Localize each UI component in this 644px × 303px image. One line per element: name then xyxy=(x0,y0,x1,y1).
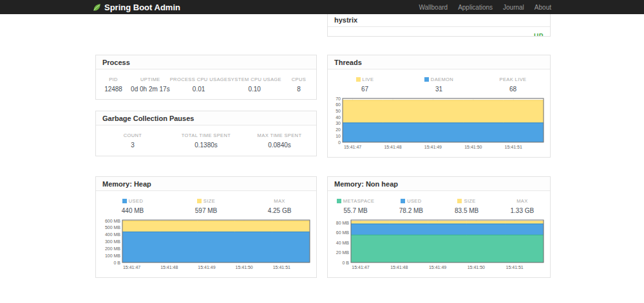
legend-swatch-daemon xyxy=(424,77,429,82)
svg-text:15:41:51: 15:41:51 xyxy=(273,265,290,270)
nav-link-wallboard[interactable]: Wallboard xyxy=(419,4,448,11)
legend-value: 4.25 GB xyxy=(243,207,316,214)
memory-nonheap-card: Memory: Non heap METASPACE 55.7 MB USED … xyxy=(327,176,551,278)
nav-link-about[interactable]: About xyxy=(535,4,551,11)
legend-label-text: PEAK LIVE xyxy=(500,77,527,82)
metric-gc-total-time: TOTAL TIME SPENT 0.1380s xyxy=(169,133,243,149)
metric-label: SYSTEM CPU USAGE xyxy=(227,77,281,82)
nonheap-card-title: Memory: Non heap xyxy=(328,177,550,191)
brand-title: Spring Boot Admin xyxy=(104,3,180,12)
legend-label: MAX xyxy=(495,198,550,204)
threads-chart: 70605040302010015:41:4715:41:4815:41:491… xyxy=(333,96,545,151)
heap-legend: USED 440 MB SIZE 597 MB MAX 4.25 GB xyxy=(96,191,316,214)
svg-text:600 MB: 600 MB xyxy=(105,219,120,223)
legend-value: 55.7 MB xyxy=(328,207,383,214)
svg-text:500 MB: 500 MB xyxy=(105,225,120,230)
legend-max: MAX 4.25 GB xyxy=(243,198,316,214)
svg-text:15:41:47: 15:41:47 xyxy=(352,265,369,270)
metric-label: MAX TIME SPENT xyxy=(243,133,316,138)
svg-text:15:41:48: 15:41:48 xyxy=(384,145,401,149)
navbar: Spring Boot Admin Wallboard Applications… xyxy=(0,0,644,14)
legend-label: DAEMON xyxy=(402,77,476,82)
memory-heap-card: Memory: Heap USED 440 MB SIZE 597 MB MAX… xyxy=(95,176,317,278)
legend-label: LIVE xyxy=(328,77,402,82)
metric-label: CPUS xyxy=(281,77,316,82)
gc-pauses-card: Garbage Collection Pauses COUNT 3 TOTAL … xyxy=(95,111,317,156)
gc-metrics: COUNT 3 TOTAL TIME SPENT 0.1380s MAX TIM… xyxy=(96,125,316,149)
svg-text:15:41:50: 15:41:50 xyxy=(468,265,485,270)
nav-links: Wallboard Applications Journal About xyxy=(419,4,551,11)
metric-value: 12488 xyxy=(96,86,131,93)
svg-text:10: 10 xyxy=(336,134,341,138)
svg-text:15:41:50: 15:41:50 xyxy=(236,265,253,270)
svg-text:300 MB: 300 MB xyxy=(105,239,120,244)
legend-label-text: MAX xyxy=(274,198,285,204)
legend-metaspace: METASPACE 55.7 MB xyxy=(328,198,383,214)
metric-pid: PID 12488 xyxy=(96,77,131,93)
legend-value: 31 xyxy=(402,86,476,93)
legend-swatch-size xyxy=(197,199,202,203)
legend-value: 597 MB xyxy=(169,207,243,214)
nav-link-applications[interactable]: Applications xyxy=(458,4,493,11)
metric-value: 0.0840s xyxy=(243,142,316,149)
application-row[interactable]: hystrix xyxy=(328,14,550,27)
memory-heap-chart: 600 MB500 MB400 MB300 MB200 MB100 MB0 B1… xyxy=(101,218,311,271)
svg-text:15:41:49: 15:41:49 xyxy=(429,265,446,270)
legend-label-text: USED xyxy=(407,198,421,204)
nav-link-journal[interactable]: Journal xyxy=(503,4,524,11)
spring-boot-logo-icon xyxy=(93,3,101,12)
legend-label: PEAK LIVE xyxy=(476,77,550,82)
legend-label-text: SIZE xyxy=(464,198,475,204)
legend-label: USED xyxy=(96,198,169,204)
svg-text:15:41:47: 15:41:47 xyxy=(123,265,140,270)
metric-gc-count: COUNT 3 xyxy=(96,133,169,149)
process-card: Process PID 12488 UPTIME 0d 0h 2m 17s PR… xyxy=(95,55,317,100)
legend-label: USED xyxy=(383,198,439,204)
legend-swatch-live xyxy=(356,77,361,82)
svg-text:15:41:48: 15:41:48 xyxy=(390,265,408,270)
svg-text:20 MB: 20 MB xyxy=(336,250,350,255)
svg-text:15:41:51: 15:41:51 xyxy=(506,265,524,270)
legend-used: USED 440 MB xyxy=(96,198,169,214)
application-name: hystrix xyxy=(334,16,357,24)
svg-text:70: 70 xyxy=(336,96,341,101)
heap-card-title: Memory: Heap xyxy=(96,177,316,191)
metric-label: UPTIME xyxy=(131,77,170,82)
svg-text:0 B: 0 B xyxy=(113,261,120,265)
metric-label: TOTAL TIME SPENT xyxy=(169,133,243,138)
legend-value: 78.2 MB xyxy=(383,207,439,214)
legend-used: USED 78.2 MB xyxy=(383,198,439,214)
status-badge: UP xyxy=(534,33,544,37)
legend-label: SIZE xyxy=(439,198,495,204)
metric-value: 0.10 xyxy=(227,86,281,93)
brand[interactable]: Spring Boot Admin xyxy=(93,3,180,12)
svg-text:60: 60 xyxy=(336,102,341,107)
svg-text:40 MB: 40 MB xyxy=(336,241,350,245)
metric-value: 0.1380s xyxy=(169,142,243,149)
threads-card-title: Threads xyxy=(328,55,550,69)
metric-process-cpu-usage: PROCESS CPU USAGE 0.01 xyxy=(170,77,228,93)
legend-label-text: DAEMON xyxy=(431,77,453,82)
svg-text:15:41:47: 15:41:47 xyxy=(344,145,361,149)
legend-size: SIZE 597 MB xyxy=(169,198,243,214)
threads-card: Threads LIVE 67 DAEMON 31 PEAK LIVE 68 7… xyxy=(327,55,551,158)
metric-cpus: CPUS 8 xyxy=(281,77,316,93)
legend-peak-live: PEAK LIVE 68 xyxy=(476,77,550,93)
metric-value: 8 xyxy=(281,86,316,93)
status-row: UP xyxy=(328,27,550,37)
svg-text:15:41:49: 15:41:49 xyxy=(424,145,442,149)
svg-text:50: 50 xyxy=(336,109,341,113)
legend-label: SIZE xyxy=(169,198,243,204)
legend-value: 68 xyxy=(476,86,550,93)
legend-size: SIZE 83.5 MB xyxy=(439,198,495,214)
legend-value: 83.5 MB xyxy=(439,207,495,214)
legend-swatch-size xyxy=(457,199,462,203)
metric-label: PROCESS CPU USAGE xyxy=(170,77,228,82)
threads-legend: LIVE 67 DAEMON 31 PEAK LIVE 68 xyxy=(328,69,550,93)
svg-text:100 MB: 100 MB xyxy=(105,253,120,258)
legend-label-text: LIVE xyxy=(363,77,374,82)
process-card-title: Process xyxy=(96,55,316,69)
memory-nonheap-chart: 80 MB60 MB40 MB20 MB0 B15:41:4715:41:481… xyxy=(333,218,545,271)
metric-gc-max-time: MAX TIME SPENT 0.0840s xyxy=(243,133,316,149)
metric-value: 0.01 xyxy=(170,86,228,93)
